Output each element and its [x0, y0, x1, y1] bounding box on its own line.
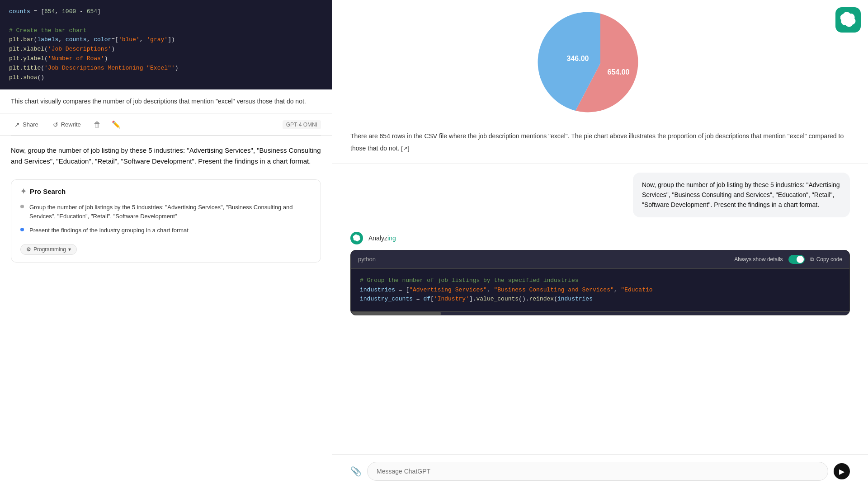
py-line-3: industry_counts = df['Industry'].value_c… — [360, 295, 840, 304]
star-icon: ✦ — [20, 187, 26, 196]
left-panel: counts = [654, 1000 - 654] # Create the … — [0, 0, 332, 488]
send-icon: ▶ — [839, 467, 844, 476]
code-scrollbar[interactable] — [351, 311, 849, 315]
rewrite-button[interactable]: ↺ Rewrite — [49, 119, 85, 130]
chatgpt-logo-svg — [840, 12, 856, 28]
analyzing-suffix: ing — [387, 235, 396, 242]
copy-icon: ⧉ — [810, 256, 814, 263]
share-label: Share — [23, 121, 38, 128]
action-bar: ↗ Share ↺ Rewrite 🗑 ✏️ GPT-4 OMNI — [0, 114, 332, 136]
tag-chevron-icon: ▾ — [68, 246, 71, 253]
code-line-6: plt.ylabel('Number of Rows') — [9, 54, 323, 64]
search-item-2-text: Present the findings of the industry gro… — [29, 226, 189, 235]
py-line-1: # Group the number of job listings by th… — [360, 276, 840, 286]
query-content: Now, group the number of job listing by … — [11, 146, 321, 165]
user-query-text: Now, group the number of job listing by … — [0, 136, 332, 176]
code-line-4: plt.bar(labels, counts, color=['blue', '… — [9, 35, 323, 45]
python-controls: Always show details ⧉ Copy code — [734, 255, 842, 264]
expand-link[interactable]: [↗] — [401, 144, 409, 154]
search-item-1: Group the number of job listings by the … — [20, 203, 311, 221]
chart-description: This chart visually compares the number … — [0, 89, 332, 114]
code-block-top: counts = [654, 1000 - 654] # Create the … — [0, 0, 332, 89]
user-bubble: Now, group the number of job listing by … — [633, 173, 850, 217]
share-icon: ↗ — [14, 121, 20, 128]
user-bubble-text: Now, group the number of job listing by … — [642, 181, 840, 209]
analyzing-row: Analyzing — [332, 226, 868, 250]
rewrite-label: Rewrite — [61, 121, 81, 128]
programming-icon: ⚙ — [26, 246, 31, 253]
always-show-label: Always show details — [734, 256, 783, 263]
message-input-area: 📎 ▶ — [332, 454, 868, 488]
description-text: This chart visually compares the number … — [11, 98, 306, 105]
share-button[interactable]: ↗ Share — [11, 119, 42, 130]
send-button[interactable]: ▶ — [834, 463, 850, 479]
code-line-8: plt.show() — [9, 73, 323, 83]
tag-label: Programming — [33, 246, 66, 253]
code-line-5: plt.xlabel('Job Descriptions') — [9, 45, 323, 54]
user-message-area: Now, group the number of job listing by … — [332, 164, 868, 226]
chatgpt-svg — [353, 235, 360, 242]
python-code-content: # Group the number of job listings by th… — [351, 269, 849, 311]
dot-inactive — [20, 205, 24, 208]
search-item-1-text: Group the number of job listings by the … — [29, 203, 311, 221]
dot-active — [20, 228, 24, 231]
scrollbar-thumb[interactable] — [351, 312, 441, 315]
message-input[interactable] — [367, 462, 828, 481]
code-line-7: plt.title('Job Descriptions Mentioning "… — [9, 64, 323, 73]
rewrite-icon: ↺ — [53, 121, 58, 128]
pro-search-box: ✦ Pro Search Group the number of job lis… — [11, 179, 321, 263]
edit-button[interactable]: ✏️ — [110, 118, 123, 131]
right-panel: 346.00 654.00 There are 654 rows in the … — [332, 0, 868, 488]
search-item-2: Present the findings of the industry gro… — [20, 226, 311, 235]
model-badge: GPT-4 OMNI — [283, 120, 321, 129]
always-show-toggle[interactable] — [788, 255, 805, 264]
code-line-2 — [9, 17, 323, 26]
pie-chart: 346.00 654.00 — [533, 9, 668, 117]
code-line-1: counts = [654, 1000 - 654] — [9, 7, 323, 17]
delete-button[interactable]: 🗑 — [92, 119, 103, 131]
copy-code-label: Copy code — [816, 256, 842, 263]
pro-search-title: Pro Search — [30, 188, 66, 195]
py-line-2: industries = ["Advertising Services", "B… — [360, 286, 840, 295]
copy-code-button[interactable]: ⧉ Copy code — [810, 256, 842, 263]
pro-search-header: ✦ Pro Search — [20, 187, 311, 196]
response-content: There are 654 rows in the CSV file where… — [350, 132, 844, 152]
language-label: python — [358, 256, 376, 263]
python-code-block: python Always show details ⧉ Copy code #… — [350, 250, 850, 315]
response-text: There are 654 rows in the CSV file where… — [332, 127, 868, 164]
programming-tag[interactable]: ⚙ Programming ▾ — [20, 244, 77, 255]
analyzing-text: Analyzing — [368, 235, 396, 242]
analyzing-prefix: Analyz — [368, 235, 387, 242]
attach-button[interactable]: 📎 — [350, 466, 362, 477]
pie-svg: 346.00 654.00 — [533, 9, 668, 117]
pie-chart-area: 346.00 654.00 — [332, 0, 868, 127]
chatgpt-logo — [835, 7, 861, 33]
code-line-3: # Create the bar chart — [9, 26, 323, 36]
pie-label-2: 346.00 — [566, 55, 589, 62]
chatgpt-small-icon — [350, 232, 363, 244]
python-header: python Always show details ⧉ Copy code — [351, 250, 849, 269]
pie-label-1: 654.00 — [607, 68, 629, 76]
